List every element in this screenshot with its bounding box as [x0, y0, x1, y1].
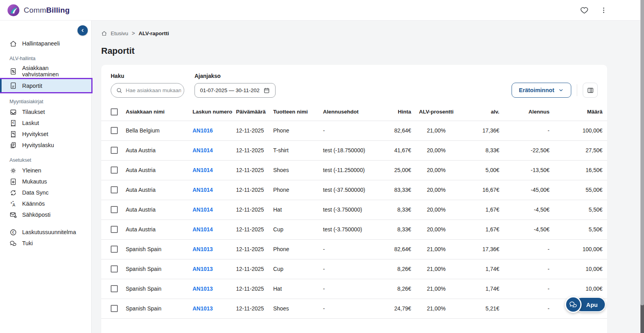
- date-range-picker[interactable]: 01-07-2025 — 30-11-202: [195, 83, 276, 98]
- cell-price: 82,64€: [376, 239, 414, 259]
- row-checkbox[interactable]: [111, 147, 118, 154]
- batch-actions-button[interactable]: Erätoiminnot: [512, 83, 571, 98]
- table-row: Auta AustriaAN101412-11-2025Shoestest (-…: [101, 160, 607, 180]
- cell-customer: Spanish Spain: [123, 259, 190, 279]
- translate-icon: xA: [9, 200, 17, 208]
- cell-discount: -: [502, 121, 552, 140]
- cell-invoice-link[interactable]: AN1013: [193, 286, 213, 292]
- sidebar-item-label: Käännös: [22, 201, 45, 207]
- sidebar: Hallintapaneeli ALV-hallinta Asiakkaan v…: [0, 21, 92, 333]
- sidebar-item-data-sync[interactable]: Data Sync: [0, 187, 91, 198]
- cell-invoice-link[interactable]: AN1014: [193, 206, 213, 213]
- cell-vat-percent: 21,00%: [414, 121, 459, 140]
- chevron-down-icon: [558, 87, 564, 93]
- page-scrollbar[interactable]: [640, 0, 644, 333]
- cell-date: 12-11-2025: [234, 180, 271, 200]
- cell-customer: Spanish Spain: [123, 279, 190, 299]
- sidebar-item-tilaukset[interactable]: Tilaukset: [0, 106, 91, 117]
- breadcrumb-home-link[interactable]: Etusivu: [111, 30, 128, 36]
- scrollbar-thumb[interactable]: [640, 0, 644, 305]
- row-checkbox[interactable]: [111, 285, 118, 292]
- cell-date: 12-11-2025: [234, 279, 271, 299]
- table-row: Spanish SpainAN101312-11-2025Phone-82,64…: [101, 239, 607, 259]
- row-checkbox[interactable]: [111, 127, 118, 134]
- cell-vat-percent: 20,00%: [414, 219, 459, 239]
- sidebar-item-asiakkaan-vahvistaminen[interactable]: Asiakkaan vahvistaminen: [0, 63, 91, 79]
- table-row: Auta AustriaAN101412-11-2025Hattest (-3.…: [101, 200, 607, 219]
- mail-gear-icon: [9, 211, 17, 219]
- cell-invoice-link[interactable]: AN1014: [193, 187, 213, 193]
- sidebar-item-tuki[interactable]: Tuki: [0, 238, 91, 249]
- col-header-date: Päivämäärä: [234, 103, 271, 121]
- cell-price: 8,26€: [376, 259, 414, 279]
- row-checkbox[interactable]: [111, 166, 118, 174]
- brand-logo-icon: [7, 4, 20, 17]
- sidebar-item-hallintapaneeli[interactable]: Hallintapaneeli: [0, 38, 91, 49]
- sidebar-item-yleinen[interactable]: Yleinen: [0, 165, 91, 176]
- sidebar-item-hyvityslasku[interactable]: Hyvityslasku: [0, 140, 91, 151]
- search-input[interactable]: [126, 87, 181, 93]
- cell-date: 12-11-2025: [234, 239, 271, 259]
- cell-customer: Auta Austria: [123, 160, 190, 180]
- cell-vat: 1,67€: [459, 200, 502, 219]
- cell-product: Shoes: [271, 160, 321, 180]
- cell-invoice-link[interactable]: AN1014: [193, 226, 213, 233]
- select-all-checkbox[interactable]: [111, 108, 118, 115]
- cell-discount: -45,00€: [502, 180, 552, 200]
- sidebar-item-raportit[interactable]: Raportit: [0, 79, 91, 92]
- cell-product: Shoes: [271, 299, 321, 318]
- sidebar-item-label: Sähköposti: [22, 212, 51, 218]
- sidebar-item-laskutussuunnitelma[interactable]: € Laskutussuunnitelma: [0, 227, 91, 238]
- cell-discount-terms: test (-18.750000): [321, 140, 376, 160]
- cell-vat: 5,21€: [459, 299, 502, 318]
- search-label: Haku: [111, 73, 184, 79]
- row-checkbox[interactable]: [111, 305, 118, 312]
- sidebar-item-kaannos[interactable]: xA Käännös: [0, 198, 91, 209]
- sidebar-item-sahkoposti[interactable]: Sähköposti: [0, 209, 91, 220]
- col-header-discount: Alennus: [502, 103, 552, 121]
- sidebar-item-laskut[interactable]: € Laskut: [0, 117, 91, 129]
- row-checkbox[interactable]: [111, 246, 118, 253]
- brand-name: CommBilling: [24, 6, 70, 15]
- column-settings-button[interactable]: [583, 83, 598, 98]
- sidebar-collapse-button[interactable]: [77, 25, 88, 36]
- cell-amount: 10,00€: [552, 279, 607, 299]
- row-checkbox[interactable]: [111, 265, 118, 272]
- refund-receipt-icon: [9, 131, 17, 138]
- more-menu-button[interactable]: [600, 6, 608, 14]
- cell-product: Phone: [271, 180, 321, 200]
- heart-icon: [580, 6, 589, 15]
- cell-vat-percent: 20,00%: [414, 200, 459, 219]
- cell-invoice-link[interactable]: AN1013: [193, 305, 213, 312]
- cell-invoice-link[interactable]: AN1014: [193, 147, 213, 153]
- report-card: Haku Ajanjakso 01-07-2025 — 30-11-202: [101, 65, 607, 333]
- cell-product: Cup: [271, 259, 321, 279]
- svg-text:€: €: [12, 121, 14, 125]
- cell-product: Phone: [271, 121, 321, 140]
- cell-vat: 1,74€: [459, 279, 502, 299]
- cell-price: 24,79€: [376, 299, 414, 318]
- sidebar-item-mukautus[interactable]: Mukautus: [0, 176, 91, 187]
- cell-product: T-shirt: [271, 140, 321, 160]
- section-header-alv-hallinta: ALV-hallinta: [0, 56, 91, 61]
- cell-invoice-link[interactable]: AN1013: [193, 266, 213, 272]
- cell-invoice-link[interactable]: AN1013: [193, 246, 213, 252]
- favorites-button[interactable]: [580, 6, 589, 15]
- cell-invoice-link[interactable]: AN1016: [193, 127, 213, 134]
- sidebar-item-label: Tilaukset: [22, 109, 45, 115]
- row-checkbox[interactable]: [111, 226, 118, 233]
- cell-invoice-link[interactable]: AN1014: [193, 167, 213, 173]
- date-range-value: 01-07-2025 — 30-11-202: [200, 87, 260, 93]
- row-checkbox[interactable]: [111, 206, 118, 213]
- cell-customer: Spanish Spain: [123, 299, 190, 318]
- table-row: Auta AustriaAN101412-11-2025Phonetest (-…: [101, 180, 607, 200]
- cell-vat-percent: 20,00%: [414, 160, 459, 180]
- help-button[interactable]: Apu: [565, 296, 606, 313]
- cell-price: 8,33€: [376, 219, 414, 239]
- row-checkbox[interactable]: [111, 186, 118, 193]
- page-title: Raportit: [101, 46, 644, 56]
- cell-vat-percent: 21,00%: [414, 299, 459, 318]
- sidebar-item-hyvitykset[interactable]: Hyvitykset: [0, 129, 91, 140]
- cell-amount: 100,00€: [552, 121, 607, 140]
- cell-discount-terms: test (-11.250000): [321, 160, 376, 180]
